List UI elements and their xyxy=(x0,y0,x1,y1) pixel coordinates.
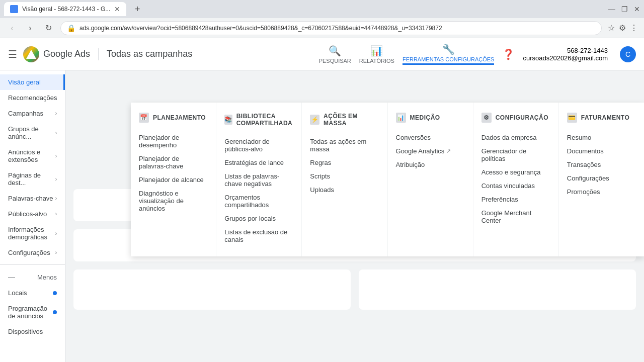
dropdown-item-resumo[interactable]: Resumo xyxy=(567,131,636,144)
col-header-biblioteca: 📚 BIBLIOTECA COMPARTILHADA xyxy=(224,113,293,127)
sidebar-item-dispositivos[interactable]: Dispositivos xyxy=(0,324,65,339)
col-header-label: PLANEJAMENTO xyxy=(153,114,206,121)
col-header-faturamento: 💳 FATURAMENTO xyxy=(567,113,636,123)
dropdown-item-google-merchant[interactable]: Google Merchant Center xyxy=(481,206,550,227)
dropdown-item-exclusao-canais[interactable]: Listas de exclusão de canais xyxy=(224,225,293,246)
expand-icon: › xyxy=(55,196,57,201)
dropdown-item-diagnostico[interactable]: Diagnóstico e visualização de anúncios xyxy=(139,187,208,215)
sidebar-label: Configurações xyxy=(8,249,50,256)
dropdown-item-acesso-seguranca[interactable]: Acesso e segurança xyxy=(481,165,550,179)
dropdown-item-listas-negativas[interactable]: Listas de palavras-chave negativas xyxy=(224,169,293,191)
dropdown-item-transacoes[interactable]: Transações xyxy=(567,158,636,171)
content-area: Visão geral Recomendações Campanhas › Gr… xyxy=(0,70,644,362)
back-button[interactable]: ‹ xyxy=(6,24,18,33)
new-tab-button[interactable]: + xyxy=(130,2,144,16)
col-header-medicao: 📊 MEDIÇÃO xyxy=(396,113,465,123)
sidebar-label: Visão geral xyxy=(8,78,41,86)
dropdown-item-planejador-desempenho[interactable]: Planejador de desempenho xyxy=(139,131,208,152)
sidebar-item-anuncios[interactable]: Anúncios e extensões › xyxy=(0,144,65,167)
menu-icon[interactable]: ⋮ xyxy=(630,23,638,33)
url-bar[interactable]: 🔒 ads.google.com/aw/overview?ocid=580688… xyxy=(60,21,602,35)
dropdown-item-preferencias[interactable]: Preferências xyxy=(481,193,550,206)
dropdown-item-gerenciador-publicos[interactable]: Gerenciador de públicos-alvo xyxy=(224,135,293,156)
dropdown-item-configuracoes-fat[interactable]: Configurações xyxy=(567,171,636,185)
sidebar-label: Dispositivos xyxy=(8,328,43,335)
title-divider xyxy=(98,48,99,60)
hamburger-menu[interactable]: ☰ xyxy=(8,48,17,60)
dropdown-item-planejador-palavras[interactable]: Planejador de palavras-chave xyxy=(139,152,208,173)
expand-icon: › xyxy=(55,176,57,182)
bookmark-icon[interactable]: ☆ xyxy=(608,23,615,33)
dropdown-item-atribuicao[interactable]: Atribuição xyxy=(396,158,465,171)
sidebar-label: Informações demográficas xyxy=(8,226,53,241)
dropdown-col-faturamento: 💳 FATURAMENTO Resumo Documentos Transaçõ… xyxy=(559,103,644,256)
dot-indicator xyxy=(53,291,57,295)
page-title: Todas as campanhas xyxy=(107,49,192,59)
expand-icon: › xyxy=(55,231,57,236)
sidebar-item-grupos[interactable]: Grupos de anúnc... › xyxy=(0,121,65,144)
sidebar-item-locais[interactable]: Locais xyxy=(0,285,65,301)
dropdown-item-gerenciador-politicas[interactable]: Gerenciador de políticas xyxy=(481,144,550,165)
col-header-configuracao: ⚙ CONFIGURAÇÃO xyxy=(481,113,550,123)
account-info: 568-272-1443 cursoads202026@gmail.com xyxy=(523,47,608,62)
dot-indicator xyxy=(53,310,57,314)
sidebar-item-menos[interactable]: — Menos xyxy=(0,269,65,285)
col-header-label: FATURAMENTO xyxy=(581,114,629,121)
expand-icon: › xyxy=(55,153,57,159)
dropdown-item-contas-vinculadas[interactable]: Contas vinculadas xyxy=(481,179,550,193)
browser-tab[interactable]: Visão geral - 568-272-1443 - G... ✕ xyxy=(4,2,126,16)
forward-button[interactable]: › xyxy=(24,24,36,33)
google-ads-logo xyxy=(23,46,39,62)
dropdown-item-conversoes[interactable]: Conversões xyxy=(396,131,465,144)
tools-nav-button[interactable]: 🔧 FERRAMENTAS CONFIGURAÇÕES xyxy=(403,43,495,65)
close-button[interactable]: ✕ xyxy=(634,5,640,13)
dropdown-item-uploads[interactable]: Uploads xyxy=(310,183,379,197)
biblioteca-icon: 📚 xyxy=(224,115,232,125)
nav-actions: 🔍 PESQUISAR 📊 RELATÓRIOS 🔧 FERRAMENTAS C… xyxy=(319,43,636,65)
search-label: PESQUISAR xyxy=(319,58,351,64)
reports-nav-button[interactable]: 📊 RELATÓRIOS xyxy=(359,45,394,64)
sidebar-item-visao-geral[interactable]: Visão geral xyxy=(0,74,65,90)
sidebar-item-recomendacoes[interactable]: Recomendações xyxy=(0,90,65,106)
sidebar-item-paginas[interactable]: Páginas de dest... › xyxy=(0,167,65,191)
sidebar-item-demograficas[interactable]: Informações demográficas › xyxy=(0,222,65,245)
tools-icon: 🔧 xyxy=(442,43,455,55)
tab-close-button[interactable]: ✕ xyxy=(114,5,120,13)
dropdown-item-regras[interactable]: Regras xyxy=(310,156,379,169)
window-controls: — ❐ ✕ xyxy=(608,5,640,13)
sidebar-divider xyxy=(0,264,65,265)
dropdown-item-todas-acoes[interactable]: Todas as ações em massa xyxy=(310,135,379,156)
app-wrapper: ☰ Google Ads Todas as campanhas 🔍 PESQUI… xyxy=(0,38,644,362)
dropdown-item-promocoes[interactable]: Promoções xyxy=(567,185,636,199)
collapse-icon: — xyxy=(8,273,15,281)
dropdown-item-planejador-alcance[interactable]: Planejador de alcance xyxy=(139,173,208,187)
sidebar-item-publicos[interactable]: Públicos-alvo › xyxy=(0,206,65,222)
extension-icon[interactable]: ⚙ xyxy=(619,23,626,33)
sidebar-item-configuracoes[interactable]: Configurações › xyxy=(0,245,65,260)
dropdown-item-documentos[interactable]: Documentos xyxy=(567,144,636,158)
dropdown-item-dados-empresa[interactable]: Dados da empresa xyxy=(481,131,550,144)
avatar[interactable]: C xyxy=(620,46,636,62)
dropdown-item-google-analytics[interactable]: Google Analytics ↗ xyxy=(396,144,465,158)
sidebar-item-programacao[interactable]: Programação de anúncios xyxy=(0,301,65,324)
dropdown-item-estrategias-lance[interactable]: Estratégias de lance xyxy=(224,156,293,169)
expand-icon: › xyxy=(55,130,57,136)
dropdown-item-grupos-locais[interactable]: Grupos por locais xyxy=(224,212,293,225)
dropdown-item-orcamentos[interactable]: Orçamentos compartilhados xyxy=(224,191,293,212)
planejamento-icon: 📅 xyxy=(139,113,149,123)
lock-icon: 🔒 xyxy=(67,24,75,32)
sidebar-item-palavras[interactable]: Palavras-chave › xyxy=(0,191,65,206)
search-nav-button[interactable]: 🔍 PESQUISAR xyxy=(319,45,351,64)
col-header-label: AÇÕES EM MASSA xyxy=(324,113,379,127)
dropdown-col-planejamento: 📅 PLANEJAMENTO Planejador de desempenho … xyxy=(131,103,216,256)
refresh-button[interactable]: ↻ xyxy=(42,23,54,33)
restore-button[interactable]: ❐ xyxy=(621,5,628,13)
minimize-button[interactable]: — xyxy=(608,5,615,13)
dropdown-item-scripts[interactable]: Scripts xyxy=(310,169,379,183)
reports-icon: 📊 xyxy=(370,45,383,57)
col-header-label: BIBLIOTECA COMPARTILHADA xyxy=(236,113,294,127)
address-bar: ‹ › ↻ 🔒 ads.google.com/aw/overview?ocid=… xyxy=(0,18,644,38)
sidebar-item-campanhas[interactable]: Campanhas › xyxy=(0,106,65,121)
faturamento-icon: 💳 xyxy=(567,113,577,123)
help-nav-button[interactable]: ❓ xyxy=(502,48,515,60)
